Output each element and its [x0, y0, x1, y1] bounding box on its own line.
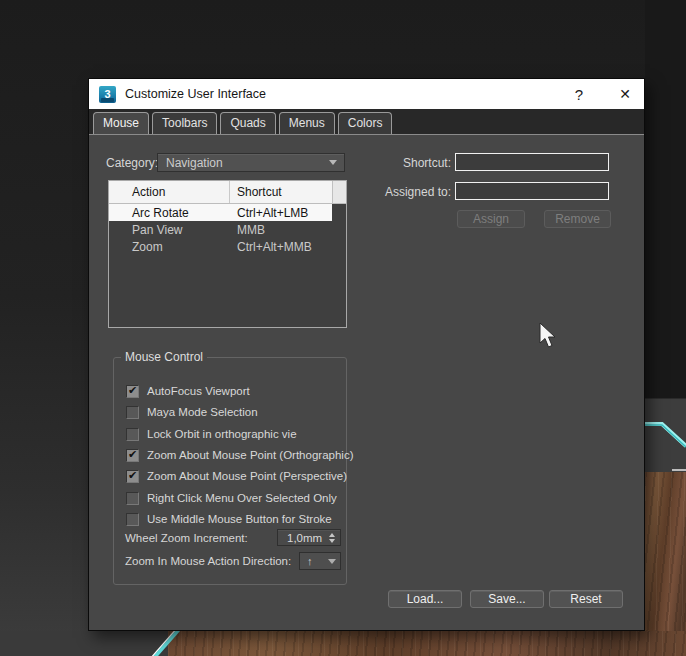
- mouse-cursor-icon: [538, 322, 558, 351]
- row-shortcut: MMB: [230, 223, 332, 237]
- assign-button[interactable]: Assign: [457, 210, 525, 228]
- checkbox-row-middle-mouse-stroke[interactable]: Use Middle Mouse Button for Stroke: [126, 511, 332, 527]
- table-header: Action Shortcut: [109, 181, 346, 204]
- checkbox-row-zoom-about-perspective[interactable]: Zoom About Mouse Point (Perspective): [126, 468, 347, 484]
- save-button[interactable]: Save...: [470, 590, 544, 608]
- viewport-wood-texture-right: [645, 472, 686, 656]
- checkbox[interactable]: [126, 449, 139, 462]
- checkbox[interactable]: [126, 385, 139, 398]
- row-shortcut: Ctrl+Alt+LMB: [230, 206, 332, 220]
- checkbox-label: Zoom About Mouse Point (Perspective): [147, 470, 347, 482]
- mouse-control-group-title: Mouse Control: [121, 350, 207, 364]
- spinner-arrows-icon[interactable]: [329, 533, 335, 543]
- zoom-direction-value: ↑: [300, 555, 328, 567]
- checkbox-label: Maya Mode Selection: [147, 406, 258, 418]
- checkbox-label: Use Middle Mouse Button for Stroke: [147, 513, 332, 525]
- chevron-down-icon: [328, 559, 336, 564]
- row-shortcut: Ctrl+Alt+MMB: [230, 240, 332, 254]
- checkbox-row-right-click-menu[interactable]: Right Click Menu Over Selected Only: [126, 490, 337, 506]
- column-header-shortcut[interactable]: Shortcut: [230, 185, 346, 199]
- reset-button[interactable]: Reset: [549, 590, 623, 608]
- table-row[interactable]: Zoom Ctrl+Alt+MMB: [109, 238, 332, 255]
- checkbox-label: Right Click Menu Over Selected Only: [147, 492, 337, 504]
- shortcut-label: Shortcut:: [369, 156, 451, 170]
- title-bar[interactable]: 3 Customize User Interface ? ✕: [89, 79, 644, 109]
- checkbox-label: Zoom About Mouse Point (Orthographic): [147, 449, 353, 461]
- tab-strip: Mouse Toolbars Quads Menus Colors: [89, 109, 644, 135]
- category-dropdown-value: Navigation: [158, 156, 329, 170]
- tab-menus[interactable]: Menus: [279, 112, 335, 134]
- wheel-zoom-increment-value: 1,0mm: [278, 532, 329, 544]
- checkbox-label: Lock Orbit in orthographic vie: [147, 428, 297, 440]
- checkbox[interactable]: [126, 470, 139, 483]
- table-row[interactable]: Pan View MMB: [109, 221, 332, 238]
- customize-user-interface-dialog: 3 Customize User Interface ? ✕ Mouse Too…: [88, 78, 645, 631]
- table-scrollbar[interactable]: [332, 181, 346, 203]
- assigned-to-input[interactable]: [455, 182, 609, 200]
- load-button[interactable]: Load...: [388, 590, 462, 608]
- tab-mouse[interactable]: Mouse: [93, 112, 149, 134]
- chevron-down-icon: [329, 160, 337, 165]
- wheel-zoom-increment-spinner[interactable]: 1,0mm: [277, 529, 341, 546]
- help-button[interactable]: ?: [570, 86, 588, 103]
- wheel-zoom-increment-label: Wheel Zoom Increment:: [125, 532, 248, 544]
- tab-toolbars[interactable]: Toolbars: [152, 112, 217, 134]
- tab-colors[interactable]: Colors: [338, 112, 393, 134]
- checkbox[interactable]: [126, 492, 139, 505]
- viewport-wood-texture-bottom: [168, 631, 686, 656]
- checkbox-row-maya-mode[interactable]: Maya Mode Selection: [126, 404, 258, 420]
- window-title: Customize User Interface: [125, 87, 266, 101]
- close-button[interactable]: ✕: [616, 86, 634, 102]
- checkbox-label: AutoFocus Viewport: [147, 385, 250, 397]
- column-header-action[interactable]: Action: [109, 181, 230, 203]
- assigned-to-label: Assigned to:: [369, 185, 451, 199]
- checkbox-row-zoom-about-orthographic[interactable]: Zoom About Mouse Point (Orthographic): [126, 447, 353, 463]
- 3ds-max-app-icon: 3: [99, 86, 116, 103]
- zoom-direction-dropdown[interactable]: ↑: [299, 552, 341, 570]
- checkbox[interactable]: [126, 513, 139, 526]
- tab-quads[interactable]: Quads: [220, 112, 275, 134]
- row-action: Pan View: [109, 223, 230, 237]
- checkbox-row-lock-orbit[interactable]: Lock Orbit in orthographic vie: [126, 426, 297, 442]
- category-label: Category:: [106, 156, 158, 170]
- hud-cyan-chevron: [645, 398, 686, 472]
- row-action: Zoom: [109, 240, 230, 254]
- checkbox[interactable]: [126, 428, 139, 441]
- category-dropdown[interactable]: Navigation: [157, 153, 345, 172]
- viewport-dark-area: [645, 0, 686, 398]
- action-shortcut-table: Action Shortcut Arc Rotate Ctrl+Alt+LMB …: [108, 180, 347, 328]
- dialog-body: Category: Navigation Shortcut: Assigned …: [89, 135, 644, 632]
- row-action: Arc Rotate: [109, 206, 230, 220]
- zoom-direction-label: Zoom In Mouse Action Direction:: [125, 555, 291, 567]
- checkbox[interactable]: [126, 406, 139, 419]
- mouse-control-group: Mouse Control AutoFocus Viewport Maya Mo…: [113, 357, 347, 585]
- remove-button[interactable]: Remove: [544, 210, 611, 228]
- checkbox-row-autofocus-viewport[interactable]: AutoFocus Viewport: [126, 383, 250, 399]
- table-row[interactable]: Arc Rotate Ctrl+Alt+LMB: [109, 204, 332, 221]
- shortcut-input[interactable]: [455, 153, 609, 171]
